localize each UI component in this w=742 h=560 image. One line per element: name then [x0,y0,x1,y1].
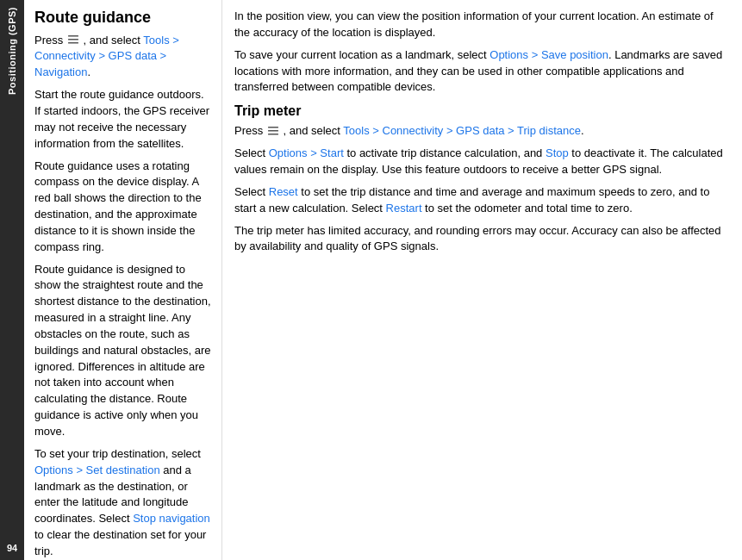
main-content: Route guidance Press , and select Tools … [24,0,742,560]
restart-link: Restart [386,202,422,215]
svg-rect-6 [268,127,278,128]
position-view-p2: To save your current location as a landm… [234,47,730,96]
reset-link: Reset [269,185,298,198]
svg-rect-2 [68,42,78,44]
route-guidance-p4: Route guidance is designed to show the s… [34,262,211,440]
menu-icon-3 [267,125,279,137]
svg-rect-1 [68,39,78,40]
route-guidance-p2: Start the route guidance outdoors. If st… [34,87,211,152]
route-guidance-p3: Route guidance uses a rotating compass o… [34,159,211,256]
route-guidance-p5: To set your trip destination, select Opt… [34,446,211,560]
tools-connectivity-link-3: Tools > Connectivity > GPS data > Trip d… [343,124,581,137]
route-guidance-p1: Press , and select Tools > Connectivity … [34,33,211,82]
sidebar: Positioning (GPS) 94 [0,0,24,560]
trip-meter-p1: Press , and select Tools > Connectivity … [234,123,730,140]
menu-icon-1 [67,34,79,46]
svg-rect-0 [68,35,78,37]
trip-meter-p3: Select Reset to set the trip distance an… [234,184,730,217]
trip-meter-title: Trip meter [234,103,730,119]
trip-meter-p2: Select Options > Start to activate trip … [234,146,730,178]
position-view-p1: In the position view, you can view the p… [234,9,730,41]
options-set-dest-link: Options > Set destination [34,464,160,476]
right-column: In the position view, you can view the p… [222,0,742,560]
left-column: Route guidance Press , and select Tools … [24,0,222,560]
stop-link: Stop [546,146,569,159]
options-start-link: Options > Start [269,146,344,159]
svg-rect-7 [268,130,278,132]
route-guidance-title: Route guidance [34,9,211,28]
options-save-position-link: Options > Save position [489,48,608,61]
tools-connectivity-link-1: Tools > Connectivity > GPS data > Naviga… [34,34,179,79]
sidebar-label: Positioning (GPS) [7,7,17,95]
svg-rect-8 [268,134,278,135]
page-number: 94 [7,543,17,553]
trip-meter-p4: The trip meter has limited accuracy, and… [234,223,730,256]
stop-navigation-link: Stop navigation [133,512,210,525]
